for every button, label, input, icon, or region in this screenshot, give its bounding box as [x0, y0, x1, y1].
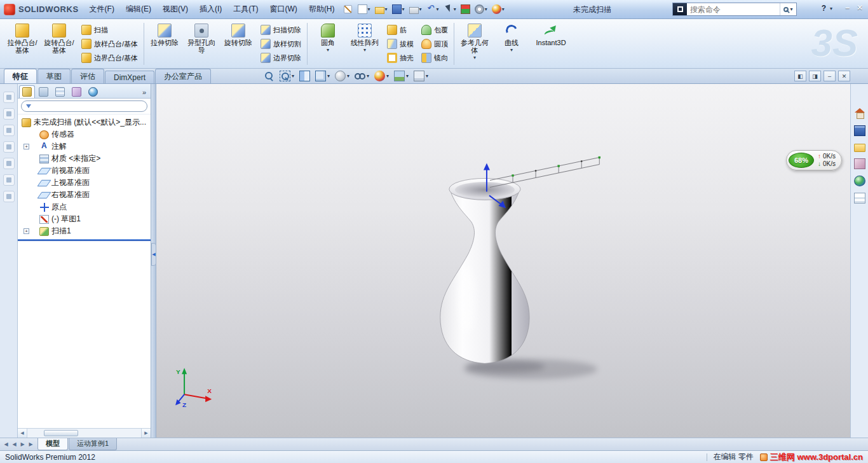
- command-tab[interactable]: 评估: [71, 69, 104, 83]
- tree-item[interactable]: + 扫描1: [18, 225, 151, 237]
- open-button[interactable]: ▾: [374, 3, 389, 15]
- tab-scroll-icon[interactable]: ▶: [18, 441, 27, 447]
- search-input[interactable]: [687, 5, 780, 14]
- close-document-button[interactable]: ✕: [838, 71, 850, 81]
- menu-item[interactable]: 插入(I): [194, 1, 227, 17]
- ribbon-small-button[interactable]: 筋: [384, 24, 417, 36]
- view-orientation-button[interactable]: ▾: [315, 71, 330, 81]
- search-button[interactable]: ▾: [780, 3, 796, 15]
- appearances-scenes-icon[interactable]: [854, 176, 865, 186]
- dropdown-chevron-icon[interactable]: ▾: [327, 47, 329, 53]
- tree-item[interactable]: + 原点: [18, 201, 151, 213]
- menu-item[interactable]: 工具(T): [227, 1, 264, 17]
- scrollbar-thumb[interactable]: [44, 430, 78, 436]
- tree-item[interactable]: + 上视基准面: [18, 177, 151, 189]
- dimxpertmanager-tab[interactable]: [69, 85, 85, 98]
- tab-scroll-icon[interactable]: ▶: [27, 441, 35, 447]
- dropdown-chevron-icon[interactable]: ▾: [363, 47, 366, 53]
- menu-item[interactable]: 窗口(W): [264, 1, 303, 17]
- menu-item[interactable]: 帮助(H): [303, 1, 341, 17]
- docked-toolbar-icon[interactable]: [3, 174, 15, 186]
- new-document-button[interactable]: ▾: [356, 3, 372, 15]
- hole-wizard-button[interactable]: 异型孔向导: [184, 21, 219, 67]
- ribbon-small-button[interactable]: 放样切割: [257, 38, 304, 50]
- displaymanager-tab[interactable]: [85, 85, 101, 98]
- ribbon-small-button[interactable]: 边界凸台/基体: [78, 52, 141, 64]
- design-library-icon[interactable]: [854, 125, 865, 136]
- viewport[interactable]: Y X Z 68% ↑0K/s ↓0K/s: [156, 84, 850, 438]
- expand-toggle[interactable]: +: [24, 144, 29, 149]
- select-button[interactable]: ▾: [442, 3, 458, 15]
- menu-item[interactable]: 文件(F): [84, 1, 120, 17]
- ribbon-small-button[interactable]: 放样凸台/基体: [78, 38, 141, 50]
- tree-item[interactable]: + 传感器: [18, 128, 151, 141]
- menu-item[interactable]: 视图(V): [157, 1, 194, 17]
- dropdown-chevron-icon[interactable]: ▾: [510, 47, 513, 53]
- tree-filter[interactable]: [21, 100, 147, 112]
- tree-filter-input[interactable]: [34, 102, 142, 110]
- file-explorer-icon[interactable]: [854, 144, 865, 152]
- document-tab[interactable]: 模型: [37, 438, 68, 450]
- zoom-to-fit-button[interactable]: [264, 71, 275, 81]
- ribbon-small-button[interactable]: 拔模: [384, 38, 417, 50]
- scrollbar-track[interactable]: [27, 429, 141, 438]
- instant3d-button[interactable]: Instant3D: [531, 21, 571, 67]
- options-button[interactable]: ▾: [473, 3, 489, 15]
- panel-horizontal-scrollbar[interactable]: ◀ ▶: [18, 428, 151, 438]
- view-settings-button[interactable]: ▾: [414, 71, 428, 81]
- minimize-window-icon[interactable]: –: [845, 3, 850, 12]
- vase-body[interactable]: [440, 189, 529, 363]
- ribbon-small-button[interactable]: 包覆: [418, 24, 451, 36]
- ribbon-small-button[interactable]: 扫描: [78, 24, 141, 36]
- document-tab[interactable]: 运动算例1: [69, 438, 117, 450]
- dropdown-chevron-icon[interactable]: ▾: [473, 55, 476, 60]
- extruded-boss-base-button[interactable]: 拉伸凸台/基体: [4, 21, 40, 67]
- panel-collapse-handle[interactable]: ◀: [151, 243, 156, 266]
- expand-toggle[interactable]: +: [24, 228, 29, 234]
- docked-toolbar-icon[interactable]: [3, 191, 15, 202]
- rebuild-button[interactable]: [459, 3, 471, 15]
- command-tab[interactable]: 办公室产品: [155, 69, 211, 83]
- zoom-to-area-button[interactable]: ▾: [280, 71, 294, 81]
- command-tab[interactable]: 草图: [37, 69, 71, 83]
- ribbon-small-button[interactable]: 边界切除: [257, 52, 304, 64]
- curves-button[interactable]: 曲线 ▾: [494, 21, 529, 67]
- minimize-document-button[interactable]: –: [824, 71, 836, 81]
- tree-root-item[interactable]: 未完成扫描 (默认<<默认>_显示...: [18, 116, 151, 128]
- solidworks-resources-icon[interactable]: [854, 108, 865, 119]
- network-speed-widget[interactable]: 68% ↑0K/s ↓0K/s: [786, 150, 842, 170]
- close-window-icon[interactable]: ✕: [857, 3, 863, 12]
- section-view-button[interactable]: [299, 71, 310, 81]
- rollback-bar[interactable]: [18, 239, 151, 241]
- menu-item[interactable]: 编辑(E): [120, 1, 157, 17]
- fillet-button[interactable]: 圆角 ▾: [310, 21, 346, 67]
- ribbon-small-button[interactable]: 抽壳: [384, 52, 417, 64]
- ink-markup-icon[interactable]: [344, 5, 352, 13]
- scroll-left-icon[interactable]: ◀: [18, 429, 27, 438]
- scroll-right-icon[interactable]: ▶: [141, 429, 151, 438]
- panel-splitter[interactable]: ◀: [151, 84, 156, 438]
- docked-toolbar-icon[interactable]: [3, 141, 15, 153]
- tree-item[interactable]: + 材质 <未指定>: [18, 153, 151, 165]
- featuremanager-tree-tab[interactable]: [19, 85, 35, 98]
- tree-item[interactable]: + (-) 草图1: [18, 213, 151, 225]
- ribbon-small-button[interactable]: 扫描切除: [257, 24, 304, 36]
- search-scope-icon[interactable]: [673, 3, 687, 15]
- ribbon-small-button[interactable]: 镜向: [418, 52, 451, 64]
- tree-item[interactable]: + 注解: [18, 141, 151, 153]
- docked-toolbar-icon[interactable]: [3, 125, 15, 136]
- reference-geometry-button[interactable]: 参考几何体 ▾: [457, 21, 492, 67]
- extruded-cut-button[interactable]: 拉伸切除: [147, 21, 182, 67]
- command-tab[interactable]: DimXpert: [105, 71, 154, 83]
- propertymanager-tab[interactable]: [36, 85, 51, 98]
- panel-overflow-chevron[interactable]: »: [139, 88, 149, 98]
- tab-scroll-icon[interactable]: ◀: [10, 441, 18, 447]
- ribbon-small-button[interactable]: 圆顶: [418, 38, 451, 50]
- tab-scroll-icon[interactable]: ◀: [2, 441, 10, 447]
- configurationmanager-tab[interactable]: [52, 85, 68, 98]
- pane-right-button[interactable]: ◨: [809, 71, 821, 81]
- pane-left-button[interactable]: ◧: [794, 71, 806, 81]
- docked-toolbar-icon[interactable]: [3, 92, 15, 103]
- save-button[interactable]: ▾: [391, 3, 406, 15]
- hide-show-items-button[interactable]: ▾: [355, 71, 369, 81]
